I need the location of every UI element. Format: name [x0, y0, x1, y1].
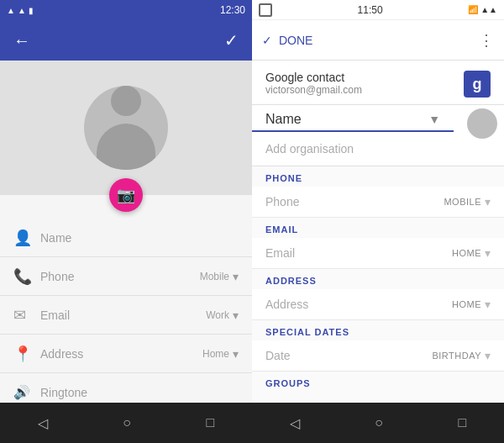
email-input-type: HOME — [452, 248, 481, 258]
email-input-label: Email — [265, 246, 452, 260]
right-notification-area — [259, 3, 272, 17]
form-fields: 👤 Name 📞 Phone Mobile ▾ ✉ Email Work — [0, 195, 252, 403]
done-button[interactable]: ✓ DONE — [262, 34, 312, 47]
email-input-row[interactable]: Email HOME ▾ — [252, 238, 504, 269]
person-icon: 👤 — [13, 229, 40, 247]
phone-type: Mobile ▾ — [200, 270, 239, 283]
contact-header: Google contact victorson@gmail.com g — [252, 61, 504, 105]
name-input-label: Name — [265, 112, 302, 127]
right-home-nav-button[interactable]: ○ — [375, 415, 383, 430]
camera-fab-button[interactable]: 📷 — [109, 178, 143, 212]
back-button[interactable]: ← — [13, 31, 30, 50]
email-field-row[interactable]: ✉ Email Work ▾ — [0, 296, 252, 335]
ringtone-field-row[interactable]: 🔊 Ringtone — [0, 373, 252, 403]
ringtone-icon: 🔊 — [13, 384, 40, 400]
name-row-wrapper: Name ▼ — [252, 105, 504, 132]
date-input-label: Date — [265, 349, 432, 362]
right-back-nav-button[interactable]: ◁ — [290, 415, 300, 431]
confirm-button[interactable]: ✓ — [224, 30, 239, 50]
date-input-row[interactable]: Date BIRTHDAY ▾ — [252, 340, 504, 372]
address-field-row[interactable]: 📍 Address Home ▾ — [0, 335, 252, 373]
left-time: 12:30 — [220, 4, 245, 16]
special-dates-section-label: SPECIAL DATES — [265, 327, 349, 337]
location-icon: 📍 — [13, 345, 40, 363]
right-signal-icon: ▲▲ — [480, 5, 497, 14]
date-input-type: BIRTHDAY — [432, 351, 481, 361]
left-signal-icons: ▲ ▲ ▮ — [7, 6, 34, 15]
google-account-icon: g — [464, 71, 491, 98]
done-label: DONE — [279, 34, 312, 47]
left-toolbar: ← ✓ — [0, 20, 252, 61]
address-type-label: Home — [202, 348, 229, 360]
address-section-label: ADDRESS — [265, 276, 317, 286]
phone-input-row[interactable]: Phone MOBILE ▾ — [252, 187, 504, 218]
phone-label: Phone — [40, 270, 74, 283]
name-label: Name — [40, 231, 71, 245]
address-label: Address — [40, 347, 83, 361]
google-letter: g — [473, 76, 482, 93]
email-icon: ✉ — [13, 306, 40, 324]
camera-icon: 📷 — [117, 186, 135, 204]
wifi-icon: ▲ — [18, 6, 26, 15]
name-field-content: Name — [40, 231, 239, 245]
email-chevron-icon: ▾ — [233, 309, 239, 322]
phone-chevron-icon: ▾ — [233, 270, 239, 283]
phone-input-chevron-icon: ▾ — [485, 195, 491, 208]
phone-section-label: PHONE — [265, 173, 302, 183]
avatar-section: 📷 — [0, 61, 252, 195]
ringtone-label: Ringtone — [40, 386, 87, 399]
email-type-label: Work — [206, 309, 229, 321]
contact-source-label: Google contact — [265, 71, 464, 84]
right-wifi-icon: 📶 — [468, 5, 478, 14]
right-bottom-nav: ◁ ○ □ — [252, 403, 504, 443]
done-check-icon: ✓ — [262, 34, 272, 47]
address-section-header: ADDRESS — [252, 269, 504, 289]
contact-email-label: victorson@gmail.com — [265, 84, 464, 96]
right-toolbar: ✓ DONE ⋮ — [252, 20, 504, 61]
date-input-chevron-icon: ▾ — [485, 349, 491, 362]
right-form: Name ▼ Add organisation PHONE Phone MOBI… — [252, 105, 504, 403]
groups-section-label: GROUPS — [265, 378, 311, 388]
groups-section-header: GROUPS — [252, 372, 504, 392]
phone-input-label: Phone — [265, 195, 444, 208]
phone-icon: 📞 — [13, 267, 40, 286]
phone-type-label: Mobile — [200, 271, 229, 282]
right-time: 11:50 — [358, 4, 383, 16]
special-dates-section-header: SPECIAL DATES — [252, 320, 504, 340]
avatar-head — [111, 86, 141, 116]
address-type: Home ▾ — [202, 347, 239, 361]
contact-avatar-small — [467, 108, 497, 139]
email-section-label: EMAIL — [265, 224, 298, 235]
email-field-content: Email Work ▾ — [40, 309, 239, 322]
address-chevron-icon: ▾ — [233, 347, 239, 361]
address-input-row[interactable]: Address HOME ▾ — [252, 289, 504, 320]
phone-input-type: MOBILE — [444, 197, 481, 207]
email-section-header: EMAIL — [252, 218, 504, 238]
organisation-placeholder: Add organisation — [265, 142, 354, 156]
back-nav-button[interactable]: ◁ — [38, 415, 48, 431]
phone-field-row[interactable]: 📞 Phone Mobile ▾ — [0, 257, 252, 296]
right-signal-icons: 📶 ▲▲ — [468, 5, 497, 14]
ringtone-field-content: Ringtone — [40, 386, 239, 399]
email-label: Email — [40, 309, 70, 322]
address-input-label: Address — [265, 298, 452, 311]
address-field-content: Address Home ▾ — [40, 347, 239, 361]
left-panel: ▲ ▲ ▮ 12:30 ← ✓ 📷 👤 Name 📞 — [0, 0, 252, 443]
right-panel: 11:50 📶 ▲▲ ✓ DONE ⋮ Google contact victo… — [252, 0, 504, 443]
name-input-row[interactable]: Name ▼ — [252, 105, 454, 132]
recent-nav-button[interactable]: □ — [207, 415, 215, 430]
more-options-button[interactable]: ⋮ — [479, 31, 494, 50]
contact-info: Google contact victorson@gmail.com — [265, 71, 464, 96]
home-nav-button[interactable]: ○ — [123, 415, 131, 430]
address-input-chevron-icon: ▾ — [485, 298, 491, 311]
avatar-body — [97, 124, 155, 170]
right-recent-nav-button[interactable]: □ — [459, 415, 467, 430]
phone-section-header: PHONE — [252, 166, 504, 187]
name-field-row[interactable]: 👤 Name — [0, 219, 252, 257]
left-status-bar: ▲ ▲ ▮ 12:30 — [0, 0, 252, 20]
name-chevron-icon: ▼ — [428, 113, 440, 126]
right-status-bar: 11:50 📶 ▲▲ — [252, 0, 504, 20]
organisation-row[interactable]: Add organisation — [252, 132, 504, 166]
phone-field-content: Phone Mobile ▾ — [40, 270, 239, 283]
email-input-chevron-icon: ▾ — [485, 246, 491, 260]
